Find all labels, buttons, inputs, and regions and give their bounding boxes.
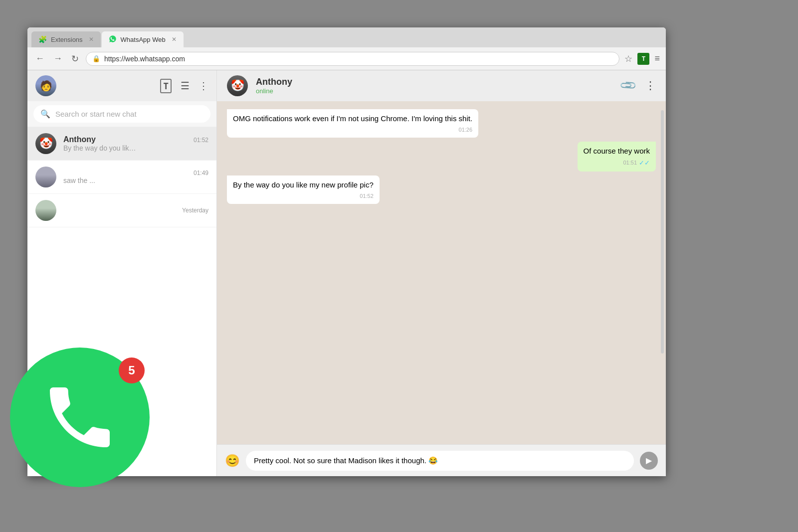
address-bar: ← → ↻ 🔒 https://web.whatsapp.com ☆ T ≡ [27, 47, 666, 70]
message-3-text: By the way do you like my new profile pi… [233, 180, 374, 189]
message-1-text: OMG notifications work even if I'm not u… [233, 114, 472, 123]
send-icon: ▶ [646, 456, 652, 465]
send-button[interactable]: ▶ [640, 452, 658, 470]
tab-extensions-label: Extensions [51, 36, 83, 43]
bookmark-icon[interactable]: ☆ [624, 53, 632, 64]
chat-contact-name: Anthony [256, 77, 613, 87]
tab-extensions-close[interactable]: ✕ [89, 36, 94, 43]
chat-item-second[interactable]: 01:49 saw the ... [27, 161, 216, 194]
extension-icon[interactable]: T [637, 53, 649, 65]
third-name-row: Yesterday [63, 207, 208, 214]
left-header: 🧑 T ☰ ⋮ [27, 70, 216, 101]
extensions-icon: 🧩 [38, 35, 47, 43]
chat-contact-avatar-image: 🤡 [227, 75, 248, 96]
third-time: Yesterday [182, 207, 208, 214]
new-chat-icon[interactable]: ☰ [181, 80, 190, 92]
second-preview: saw the ... [63, 177, 208, 184]
chat-contact-status: online [256, 87, 613, 95]
emoji-button[interactable]: 😊 [225, 454, 240, 468]
chrome-menu-icon[interactable]: ≡ [654, 53, 660, 64]
url-text: https://web.whatsapp.com [104, 55, 185, 63]
menu-icon[interactable]: ⋮ [199, 80, 208, 92]
message-1-meta: 01:26 [233, 126, 472, 134]
scrollbar[interactable] [661, 110, 664, 354]
chat-header-icons: 📎 ⋮ [621, 79, 656, 92]
chat-item-anthony[interactable]: 🤡 Anthony 01:52 By the way do you lik… [27, 127, 216, 161]
anthony-name: Anthony [63, 135, 96, 144]
search-bar: 🔍 Search or start new chat [27, 101, 216, 127]
whatsapp-tab-icon [109, 35, 117, 44]
chat-header: 🤡 Anthony online 📎 ⋮ [217, 70, 666, 101]
tab-bar: 🧩 Extensions ✕ WhatsApp Web ✕ [27, 27, 666, 47]
tab-whatsapp[interactable]: WhatsApp Web ✕ [102, 31, 184, 47]
message-2-text: Of course they work [584, 147, 650, 155]
search-icon: 🔍 [40, 109, 50, 119]
third-avatar [35, 200, 56, 221]
header-icons: T ☰ ⋮ [160, 79, 208, 93]
url-bar[interactable]: 🔒 https://web.whatsapp.com [86, 52, 619, 66]
message-input[interactable] [246, 451, 634, 471]
chat-contact-avatar[interactable]: 🤡 [227, 75, 248, 96]
second-time: 01:49 [194, 170, 208, 177]
search-placeholder: Search or start new chat [55, 110, 137, 118]
message-3-meta: 01:52 [233, 192, 374, 200]
message-3-time: 01:52 [360, 192, 374, 200]
chat-more-icon[interactable]: ⋮ [645, 79, 656, 92]
search-inner[interactable]: 🔍 Search or start new chat [33, 105, 210, 123]
whatsapp-badge: 5 [119, 357, 145, 383]
refresh-button[interactable]: ↻ [69, 51, 81, 66]
whatsapp-logo-circle: 5 [10, 348, 150, 487]
anthony-chat-info: Anthony 01:52 By the way do you lik… [63, 135, 208, 152]
second-name-row: 01:49 [63, 170, 208, 177]
input-area: 😊 ▶ [217, 444, 666, 476]
anthony-avatar-image: 🤡 [35, 133, 56, 154]
lock-icon: 🔒 [92, 55, 100, 62]
back-button[interactable]: ← [33, 51, 46, 66]
right-panel: 🤡 Anthony online 📎 ⋮ OMG notifications w… [217, 70, 666, 476]
anthony-name-row: Anthony 01:52 [63, 135, 208, 144]
third-chat-info: Yesterday [63, 207, 208, 214]
tab-whatsapp-label: WhatsApp Web [121, 36, 166, 43]
second-chat-info: 01:49 saw the ... [63, 170, 208, 184]
second-avatar [35, 167, 56, 187]
message-2-meta: 01:51 ✓✓ [584, 158, 650, 168]
message-1: OMG notifications work even if I'm not u… [227, 109, 478, 138]
my-avatar[interactable]: 🧑 [35, 75, 56, 96]
status-icon[interactable]: T [160, 79, 172, 93]
message-2-ticks: ✓✓ [639, 158, 650, 168]
badge-count: 5 [128, 363, 135, 377]
message-1-time: 01:26 [459, 126, 473, 134]
message-2-time: 01:51 [623, 159, 637, 167]
message-3: By the way do you like my new profile pi… [227, 176, 380, 204]
whatsapp-logo-overlay: 5 [10, 348, 170, 507]
whatsapp-phone-icon [40, 377, 120, 457]
forward-button[interactable]: → [51, 51, 64, 66]
messages-area: OMG notifications work even if I'm not u… [217, 101, 666, 444]
anthony-time: 01:52 [194, 137, 208, 144]
anthony-preview: By the way do you lik… [63, 144, 208, 152]
anthony-avatar: 🤡 [35, 133, 56, 154]
tab-extensions[interactable]: 🧩 Extensions ✕ [31, 31, 101, 47]
chat-contact-info: Anthony online [256, 77, 613, 95]
tab-whatsapp-close[interactable]: ✕ [172, 36, 177, 43]
my-avatar-image: 🧑 [35, 75, 56, 96]
chat-item-third[interactable]: Yesterday [27, 194, 216, 227]
attach-icon[interactable]: 📎 [619, 76, 637, 95]
message-2: Of course they work 01:51 ✓✓ [578, 142, 656, 172]
